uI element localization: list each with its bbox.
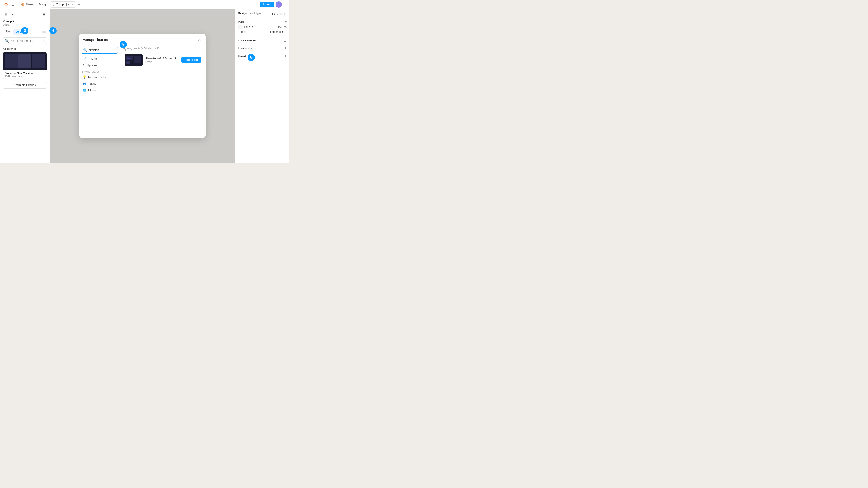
grid-icon[interactable]: ⊞ (10, 1, 16, 8)
minus-icon[interactable]: — (284, 30, 287, 33)
color-swatch[interactable] (238, 25, 242, 29)
avatar: U (276, 1, 282, 8)
add-to-file-button[interactable]: Add to file (181, 57, 201, 63)
preview-col-1 (5, 54, 18, 68)
zoom-level: 14% (270, 12, 275, 15)
globe-icon: 🌐 (83, 89, 86, 92)
svg-rect-1 (126, 56, 133, 60)
nav-this-file[interactable]: 📄 This file (80, 55, 119, 62)
preview-col-2 (18, 54, 31, 68)
tab-design[interactable]: Design (238, 12, 247, 16)
local-styles-title: Local styles (238, 47, 252, 50)
theme-label: Theme (238, 30, 246, 33)
library-search-box[interactable]: 🔍 ✕ (81, 46, 118, 54)
tab-label: Skeleton - Design (26, 3, 48, 6)
theme-value: cerberus (270, 30, 281, 33)
right-sidebar: Design Prototype 14% ▾ 👁 ⊞ Page ⊞ F5F5F5… (235, 9, 289, 163)
book-icon[interactable]: 📖 (41, 29, 47, 35)
export-section: Export + (235, 52, 289, 60)
all-libraries-title: All libraries (3, 47, 47, 50)
modal-header: Manage libraries ✕ (79, 34, 206, 45)
add-local-style-icon[interactable]: + (285, 46, 287, 50)
result-item: Skeleton v3.0.0-next.6 Etesie Add to fil… (123, 52, 203, 68)
modal-title: Manage libraries (83, 38, 108, 41)
page-section: Page ⊞ F5F5F5 100 % Theme cerberus ▾ — (235, 18, 289, 37)
nav-teams-label: Teams (88, 82, 96, 86)
more-options-button[interactable]: ··· (284, 2, 287, 6)
tab-assets[interactable]: Assets (13, 29, 28, 35)
tab-prototype[interactable]: Prototype (250, 12, 261, 16)
color-value: F5F5F5 (244, 25, 254, 29)
adjust-icon[interactable]: ⊿ (284, 39, 287, 42)
project-name: Your p ▾ (3, 20, 47, 23)
copy2-icon[interactable]: ⊞ (285, 20, 287, 23)
library-info: Skeleton New Version 1541 components (3, 70, 46, 79)
tab-your-project[interactable]: ◇ Your project ✕ (50, 1, 76, 8)
home-icon[interactable]: 🏠 (3, 1, 9, 8)
chevron-down-icon[interactable]: ▾ (9, 11, 16, 17)
export-title: Export (238, 55, 246, 57)
library-search-input[interactable] (89, 48, 123, 52)
nav-this-file-label: This file (88, 57, 97, 60)
canvas[interactable]: Manage libraries ✕ 🔍 ✕ 📄 This file (50, 9, 235, 163)
nav-updates[interactable]: ↻ Updates (80, 62, 119, 68)
search-bar[interactable]: 🔍 ⊿ (3, 37, 47, 44)
library-card: Skeleton New Version 1541 components (3, 52, 47, 79)
eye-icon[interactable]: 👁 (279, 12, 283, 16)
adjust-icon[interactable]: ⊿ (42, 39, 45, 42)
nav-teams[interactable]: 👥 Teams (80, 80, 119, 87)
tab-icon: ◇ (53, 3, 55, 6)
modal-body: 🔍 ✕ 📄 This file ↻ Updates Browse l (79, 45, 206, 138)
copy-icon[interactable]: ⊞ (284, 12, 287, 16)
add-export-icon[interactable]: + (285, 54, 287, 58)
modal-sidebar: 🔍 ✕ 📄 This file ↻ Updates Browse l (79, 45, 120, 138)
modal-close-button[interactable]: ✕ (197, 37, 202, 42)
local-styles-row: Local styles + (238, 46, 287, 50)
svg-rect-2 (126, 61, 130, 64)
toggle-sidebar-icon[interactable]: ▣ (41, 11, 47, 17)
theme-chevron-icon: ▾ (282, 30, 283, 33)
right-sidebar-top: Design Prototype 14% ▾ 👁 ⊞ (235, 12, 289, 18)
search-icon: 🔍 (5, 39, 9, 43)
tab-skeleton-design[interactable]: 🎨 Skeleton - Design (19, 1, 50, 8)
result-thumbnail (125, 54, 143, 66)
main-area: ⊞ ▾ ▣ Your p ▾ Drafts File Assets 📖 🔍 ⊿ … (0, 9, 289, 163)
theme-row: Theme cerberus ▾ — (238, 30, 287, 33)
result-thumb-inner (125, 54, 143, 66)
result-info: Skeleton v3.0.0-next.6 Etesie (145, 57, 179, 63)
design-proto-tabs: Design Prototype (238, 12, 261, 16)
left-sidebar: ⊞ ▾ ▣ Your p ▾ Drafts File Assets 📖 🔍 ⊿ … (0, 9, 50, 163)
library-count: 1541 components (5, 75, 45, 77)
local-variables-row: Local variables ⊿ (238, 39, 287, 42)
project-subtitle: Drafts (3, 23, 47, 26)
topbar: 🏠 ⊞ 🎨 Skeleton - Design ◇ Your project ✕… (0, 0, 289, 9)
tab-file[interactable]: File (3, 29, 12, 35)
share-button[interactable]: Share (260, 2, 274, 7)
modal-main: Showing results for "skeleton v3" (120, 45, 206, 138)
project-info: Your p ▾ Drafts (0, 20, 50, 28)
page-section-title: Page ⊞ (238, 20, 287, 23)
percent-sign: % (284, 25, 287, 29)
library-preview (3, 52, 46, 70)
search-input[interactable] (11, 39, 41, 42)
result-name: Skeleton v3.0.0-next.6 (145, 57, 179, 60)
add-more-libraries-button[interactable]: Add more libraries (3, 82, 47, 89)
color-opacity: 100 (278, 25, 282, 29)
nav-ui-kits-label: UI kits (88, 89, 96, 92)
modal-overlay: Manage libraries ✕ 🔍 ✕ 📄 This file (50, 9, 235, 163)
tab-close-icon[interactable]: ✕ (72, 3, 73, 6)
team-icon: 👥 (83, 82, 86, 86)
search-icon: 🔍 (83, 48, 88, 52)
library-name: Skeleton New Version (5, 72, 45, 75)
tab-icon: 🎨 (21, 3, 25, 6)
nav-ui-kits[interactable]: 🌐 UI kits (80, 87, 119, 94)
result-author: Etesie (145, 61, 179, 63)
nav-recommended[interactable]: 💡 Recommended (80, 74, 119, 80)
add-tab-button[interactable]: + (76, 2, 82, 7)
topbar-right: Share U ··· (260, 1, 287, 8)
manage-libraries-modal: Manage libraries ✕ 🔍 ✕ 📄 This file (79, 34, 206, 138)
components-icon[interactable]: ⊞ (3, 11, 8, 17)
refresh-icon: ↻ (83, 64, 85, 67)
chevron-icon: ▾ (277, 12, 278, 15)
local-variables-section: Local variables ⊿ (235, 37, 289, 44)
